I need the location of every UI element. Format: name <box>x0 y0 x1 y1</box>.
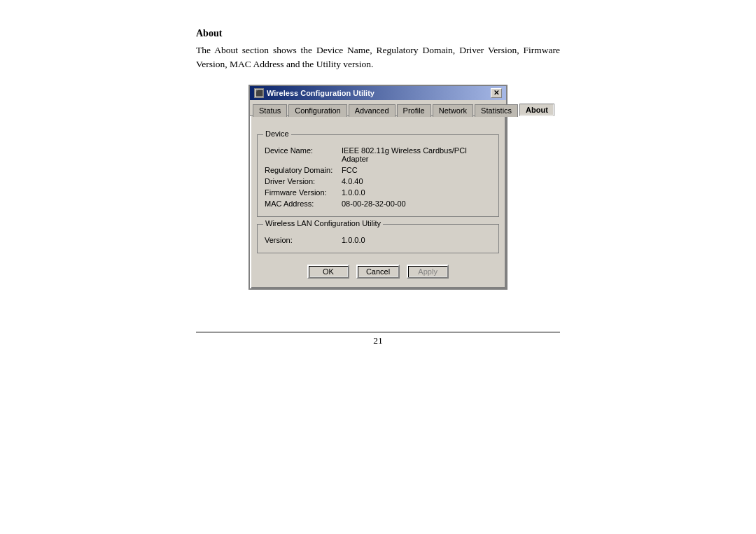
section-heading: About <box>196 28 560 39</box>
tab-statistics[interactable]: Statistics <box>475 104 518 117</box>
titlebar-left: ⬛ Wireless Configuration Utility <box>254 88 374 98</box>
utility-group-label: Wireless LAN Configuration Utility <box>263 219 383 227</box>
page-number: 21 <box>373 335 383 346</box>
tab-about[interactable]: About <box>519 104 554 116</box>
ok-button[interactable]: OK <box>307 265 349 279</box>
device-group-label: Device <box>263 129 291 138</box>
field-value-firmware-version: 1.0.0.0 <box>342 188 365 197</box>
field-row-device-name: Device Name: IEEE 802.11g Wireless Cardb… <box>265 146 491 163</box>
field-label-utility-version: Version: <box>265 236 342 244</box>
field-row-regulatory-domain: Regulatory Domain: FCC <box>265 166 491 174</box>
field-value-regulatory-domain: FCC <box>342 166 358 174</box>
dialog-box: ⬛ Wireless Configuration Utility ✕ Statu… <box>248 85 507 290</box>
dialog-titlebar: ⬛ Wireless Configuration Utility ✕ <box>250 86 506 100</box>
tab-bar: Status Configuration Advanced Profile Ne… <box>250 100 506 116</box>
field-row-utility-version: Version: 1.0.0.0 <box>265 236 491 244</box>
button-row: OK Cancel Apply <box>257 260 499 284</box>
field-row-mac-address: MAC Address: 08-00-28-32-00-00 <box>265 199 491 208</box>
field-value-driver-version: 4.0.40 <box>342 177 363 185</box>
tab-profile[interactable]: Profile <box>397 104 431 117</box>
tab-advanced[interactable]: Advanced <box>349 104 396 117</box>
tab-status[interactable]: Status <box>253 104 287 117</box>
dialog-body: Device Device Name: IEEE 802.11g Wireles… <box>250 116 506 288</box>
field-row-firmware-version: Firmware Version: 1.0.0.0 <box>265 188 491 197</box>
apply-button[interactable]: Apply <box>407 265 449 279</box>
device-fieldgroup: Device Device Name: IEEE 802.11g Wireles… <box>257 134 499 217</box>
dialog-title: Wireless Configuration Utility <box>267 89 374 97</box>
field-value-utility-version: 1.0.0.0 <box>342 236 365 244</box>
field-label-mac-address: MAC Address: <box>265 199 342 208</box>
cancel-button[interactable]: Cancel <box>356 265 400 279</box>
field-row-driver-version: Driver Version: 4.0.40 <box>265 177 491 185</box>
field-value-device-name: IEEE 802.11g Wireless Cardbus/PCI Adapte… <box>342 146 491 163</box>
field-label-firmware-version: Firmware Version: <box>265 188 342 197</box>
field-value-mac-address: 08-00-28-32-00-00 <box>342 199 406 208</box>
utility-fieldgroup: Wireless LAN Configuration Utility Versi… <box>257 224 499 253</box>
dialog-close-button[interactable]: ✕ <box>491 88 502 98</box>
page-content: About The About section shows the Device… <box>196 28 560 346</box>
dialog-wrapper: ⬛ Wireless Configuration Utility ✕ Statu… <box>248 85 507 290</box>
field-label-driver-version: Driver Version: <box>265 177 342 185</box>
tab-network[interactable]: Network <box>433 104 473 117</box>
page-footer: 21 <box>196 332 560 346</box>
section-text: The About section shows the Device Name,… <box>196 43 560 72</box>
titlebar-icon: ⬛ <box>254 88 264 98</box>
field-label-regulatory-domain: Regulatory Domain: <box>265 166 342 174</box>
tab-configuration[interactable]: Configuration <box>288 104 346 117</box>
field-label-device-name: Device Name: <box>265 146 342 155</box>
